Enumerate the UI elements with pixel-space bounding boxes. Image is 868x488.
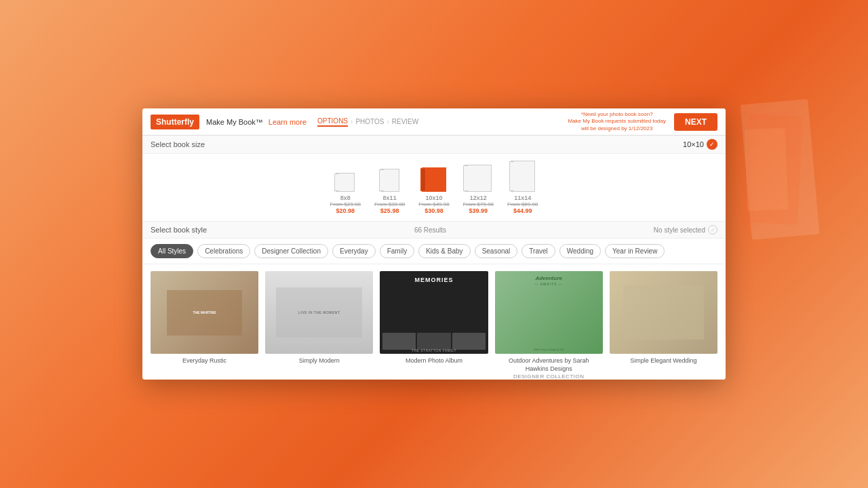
no-style-label: No style selected ✓: [654, 225, 717, 235]
learn-more-link[interactable]: Learn more: [269, 118, 307, 126]
book-size-8x11[interactable]: 8x11 From $39.98 $25.98: [374, 169, 405, 214]
gallery-item-simply-modern[interactable]: LIVE IN THE MOMENT Simply Modern: [265, 271, 373, 380]
size-10x10-sale: $30.98: [425, 207, 443, 214]
breadcrumb: OPTIONS › PHOTOS › REVIEW: [317, 117, 568, 127]
book-size-bar: Select book size 10×10 ✓: [142, 136, 726, 154]
gallery-item-everyday-rustic[interactable]: THE MARTINS Everyday Rustic: [151, 271, 258, 380]
gallery-grid: THE MARTINS Everyday Rustic LIVE IN THE …: [142, 264, 726, 380]
size-11x14-sale: $44.99: [513, 207, 532, 214]
gallery-label-outdoor-adventures: Outdoor Adventures by SarahHawkins Desig…: [509, 357, 589, 373]
gallery-label-modern-photo-album: Modern Photo Album: [406, 357, 462, 365]
no-style-check-icon: ✓: [708, 225, 717, 235]
gallery-item-outdoor-adventures[interactable]: Adventure — AWAITS — where long Camping …: [495, 271, 603, 380]
size-8x11-original: From $39.98: [374, 201, 405, 207]
thumb-simply-modern: LIVE IN THE MOMENT: [265, 271, 373, 354]
book-style-bar: Select book style 66 Results No style se…: [142, 222, 726, 239]
size-11x14-original: From $69.98: [507, 201, 538, 207]
size-8x8-original: From $29.98: [330, 201, 361, 207]
size-11x14-label: 11x14: [514, 195, 531, 201]
book-icon-8x8: [336, 173, 355, 192]
gallery-designer-outdoor-adventures: DESIGNER COLLECTION: [513, 373, 585, 380]
size-8x8-label: 8x8: [340, 195, 351, 201]
tab-designer-collection[interactable]: Designer Collection: [254, 244, 328, 258]
book-icon-12x12: [465, 165, 492, 192]
logo: Shutterfly: [151, 115, 199, 129]
tab-seasonal[interactable]: Seasonal: [475, 244, 518, 258]
selected-size-label: 10×10: [683, 140, 704, 148]
breadcrumb-sep1: ›: [351, 118, 353, 125]
promo-text: *Need your photo book soon? Make My Book…: [568, 111, 666, 132]
size-12x12-original: From $79.98: [463, 201, 494, 207]
gallery-item-modern-photo-album[interactable]: MEMORIES THE STRATTON FAMILY Modern Phot…: [380, 271, 488, 380]
breadcrumb-sep2: ›: [387, 118, 389, 125]
thumb-outdoor-adventures: Adventure — AWAITS — where long Camping …: [495, 271, 603, 354]
tab-celebrations[interactable]: Celebrations: [197, 244, 250, 258]
breadcrumb-review[interactable]: REVIEW: [392, 118, 418, 125]
size-10x10-label: 10x10: [425, 195, 442, 201]
check-icon: ✓: [707, 139, 717, 150]
book-size-10x10[interactable]: 10x10 From $49.98 $30.98: [418, 167, 449, 214]
size-8x11-sale: $25.98: [380, 207, 399, 214]
header: Shutterfly Make My Book™ Learn more OPTI…: [142, 108, 726, 136]
gallery-label-simply-modern: Simply Modern: [299, 357, 340, 365]
tab-wedding[interactable]: Wedding: [559, 244, 601, 258]
book-icon-10x10: [422, 167, 446, 192]
make-my-book-label: Make My Book™: [206, 118, 263, 126]
tab-kids-baby[interactable]: Kids & Baby: [418, 244, 470, 258]
book-size-title: Select book size: [151, 140, 205, 148]
tab-travel[interactable]: Travel: [521, 244, 555, 258]
gallery-item-simple-elegant-wedding[interactable]: Simple Elegant Wedding: [610, 271, 717, 380]
size-10x10-original: From $49.98: [418, 201, 449, 207]
filter-tabs-row: All Styles Celebrations Designer Collect…: [142, 239, 726, 264]
tab-year-in-review[interactable]: Year in Review: [605, 244, 665, 258]
book-size-8x8[interactable]: 8x8 From $29.98 $20.98: [330, 173, 361, 214]
selected-size-badge: 10×10 ✓: [683, 139, 717, 150]
book-icon-8x11: [380, 169, 399, 192]
thumb-everyday-rustic: THE MARTINS: [151, 271, 258, 354]
book-style-title: Select book style: [151, 226, 207, 234]
thumb-simple-elegant-wedding: [610, 271, 717, 354]
app-window: Shutterfly Make My Book™ Learn more OPTI…: [142, 108, 726, 380]
tab-everyday[interactable]: Everyday: [332, 244, 376, 258]
book-icon-11x14: [511, 161, 535, 192]
thumb-modern-photo-album: MEMORIES THE STRATTON FAMILY: [380, 271, 488, 354]
gallery-label-everyday-rustic: Everyday Rustic: [182, 357, 226, 365]
book-sizes-row: 8x8 From $29.98 $20.98 8x11 From $39.98 …: [142, 154, 726, 222]
next-button[interactable]: NEXT: [674, 113, 717, 131]
tab-family[interactable]: Family: [380, 244, 414, 258]
breadcrumb-photos[interactable]: PHOTOS: [355, 118, 384, 125]
size-12x12-sale: $39.99: [469, 207, 488, 214]
size-8x8-sale: $20.98: [336, 207, 355, 214]
book-size-12x12[interactable]: 12x12 From $79.98 $39.99: [463, 165, 494, 214]
results-count: 66 Results: [414, 226, 446, 234]
book-size-11x14[interactable]: 11x14 From $69.98 $44.99: [507, 161, 538, 214]
tab-all-styles[interactable]: All Styles: [151, 244, 193, 258]
size-8x11-label: 8x11: [383, 195, 397, 201]
gallery-label-simple-elegant-wedding: Simple Elegant Wedding: [630, 357, 696, 365]
breadcrumb-options[interactable]: OPTIONS: [317, 117, 348, 127]
size-12x12-label: 12x12: [470, 195, 487, 201]
